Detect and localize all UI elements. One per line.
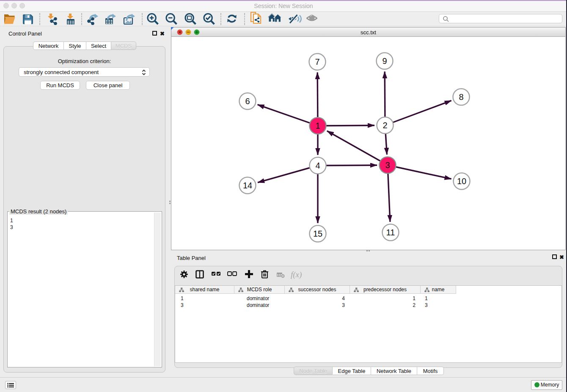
svg-text:15: 15 [313, 229, 322, 238]
svg-text:2: 2 [383, 121, 387, 130]
svg-text:3: 3 [385, 160, 390, 170]
svg-text:9: 9 [382, 56, 387, 66]
svg-text:6: 6 [245, 97, 250, 106]
svg-text:1: 1 [315, 121, 320, 130]
svg-text:4: 4 [315, 161, 320, 170]
svg-text:10: 10 [457, 177, 466, 186]
svg-text:8: 8 [459, 92, 463, 102]
svg-text:7: 7 [315, 57, 319, 66]
svg-text:14: 14 [243, 181, 252, 190]
svg-text:11: 11 [386, 228, 395, 237]
